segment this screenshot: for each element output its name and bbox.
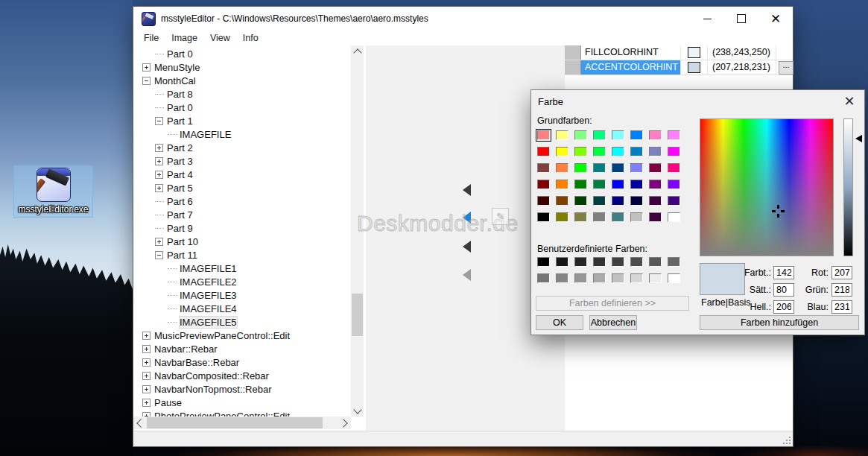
color-swatch[interactable]: [649, 196, 662, 206]
color-swatch[interactable]: [630, 196, 643, 206]
color-swatch[interactable]: [593, 147, 606, 156]
tree-item[interactable]: Part 0: [133, 47, 351, 60]
color-swatch[interactable]: [556, 257, 568, 267]
color-swatch[interactable]: [649, 257, 662, 267]
tree-item[interactable]: Part 1: [133, 114, 351, 127]
horizontal-scroll-thumb[interactable]: [147, 417, 323, 428]
color-swatch[interactable]: [649, 163, 662, 173]
color-swatch[interactable]: [668, 147, 680, 156]
tree-item[interactable]: IMAGEFILE: [133, 127, 351, 141]
color-swatch[interactable]: [556, 130, 568, 140]
tree-item[interactable]: IMAGEFILE4: [133, 302, 351, 315]
expand-icon[interactable]: [142, 372, 151, 380]
tree-item[interactable]: Part 3: [133, 154, 351, 168]
color-crosshair-icon[interactable]: [772, 205, 785, 218]
tree-item[interactable]: NavbarNonTopmost::Rebar: [133, 382, 351, 396]
property-name[interactable]: FILLCOLORHINT: [581, 45, 681, 60]
color-swatch[interactable]: [630, 147, 643, 156]
expand-icon[interactable]: [142, 399, 151, 407]
tree-item[interactable]: IMAGEFILE2: [133, 275, 351, 288]
tree-item[interactable]: IMAGEFILE1: [133, 262, 351, 275]
color-swatch[interactable]: [593, 180, 606, 189]
expand-icon[interactable]: [155, 157, 163, 165]
expand-icon[interactable]: [155, 144, 163, 152]
color-swatch[interactable]: [612, 212, 624, 222]
tree-horizontal-scrollbar[interactable]: [133, 417, 351, 429]
color-swatch[interactable]: [630, 212, 643, 222]
expand-icon[interactable]: [142, 63, 151, 72]
color-swatch[interactable]: [574, 273, 587, 283]
tree-item[interactable]: Part 11: [133, 248, 351, 262]
color-swatch[interactable]: [537, 273, 550, 283]
color-swatch[interactable]: [574, 163, 587, 173]
color-swatch[interactable]: [612, 130, 624, 140]
close-button[interactable]: ✕: [758, 7, 793, 31]
tree-item[interactable]: MonthCal: [133, 74, 351, 87]
splitter-arrow-icon[interactable]: [463, 184, 471, 196]
splitter-arrow-icon[interactable]: [463, 269, 471, 281]
color-swatch[interactable]: [649, 273, 662, 283]
expand-icon[interactable]: [142, 345, 151, 353]
expand-icon[interactable]: [142, 332, 151, 340]
color-swatch[interactable]: [612, 163, 624, 173]
color-swatch[interactable]: [668, 130, 680, 140]
tree-item[interactable]: NavbarBase::Rebar: [133, 355, 351, 369]
color-swatch[interactable]: [593, 196, 606, 206]
ellipsis-button[interactable]: ...: [779, 61, 793, 75]
tree-item[interactable]: Part 9: [133, 221, 351, 235]
color-swatch[interactable]: [630, 130, 643, 140]
color-swatch[interactable]: [612, 180, 624, 189]
menu-image[interactable]: Image: [166, 31, 203, 45]
collapse-icon[interactable]: [155, 251, 163, 259]
tree-item[interactable]: Part 8: [133, 87, 351, 101]
color-swatch[interactable]: [556, 163, 568, 173]
color-swatch[interactable]: [630, 257, 643, 267]
color-swatch[interactable]: [612, 257, 624, 267]
color-swatch[interactable]: [574, 196, 587, 206]
color-swatch[interactable]: [537, 196, 550, 206]
color-swatch[interactable]: [649, 147, 662, 156]
color-swatch[interactable]: [630, 180, 643, 189]
minimize-button[interactable]: [690, 7, 724, 31]
splitter-arrow-icon[interactable]: [463, 241, 471, 253]
color-swatch[interactable]: [649, 212, 662, 222]
color-swatch[interactable]: [574, 180, 587, 189]
tree-item[interactable]: Part 4: [133, 168, 351, 181]
property-name[interactable]: ACCENTCOLORHINT: [581, 60, 681, 75]
tree-item[interactable]: IMAGEFILE3: [133, 288, 351, 302]
tree-item[interactable]: Part 10: [133, 235, 351, 248]
luminance-marker-icon[interactable]: [855, 135, 862, 142]
collapse-icon[interactable]: [155, 117, 163, 125]
scroll-up-button[interactable]: [351, 45, 364, 58]
cancel-button[interactable]: Abbrechen: [589, 315, 637, 330]
property-row-fillcolorhint[interactable]: FILLCOLORHINT (238,243,250): [565, 45, 793, 60]
color-swatch[interactable]: [612, 147, 624, 156]
color-swatch[interactable]: [537, 163, 550, 173]
tree-item[interactable]: NavbarComposited::Rebar: [133, 369, 351, 382]
color-swatch[interactable]: [612, 273, 624, 283]
resize-grip[interactable]: [782, 435, 791, 444]
ok-button[interactable]: OK: [536, 315, 583, 330]
color-swatch[interactable]: [649, 180, 662, 189]
scroll-left-button[interactable]: [133, 417, 146, 429]
color-swatch[interactable]: [574, 147, 587, 156]
scroll-right-button[interactable]: [338, 417, 351, 429]
color-swatch[interactable]: [649, 130, 662, 140]
expand-icon[interactable]: [155, 184, 163, 192]
property-value[interactable]: (207,218,231): [708, 60, 776, 75]
blue-input[interactable]: [831, 300, 852, 314]
property-row-accentcolorhint[interactable]: ACCENTCOLORHINT (207,218,231): [565, 60, 793, 75]
red-input[interactable]: [831, 266, 852, 279]
tree-item[interactable]: PhotoPreviewPaneControl::Edit: [133, 409, 351, 417]
color-swatch[interactable]: [668, 180, 680, 189]
color-swatch[interactable]: [556, 212, 568, 222]
color-swatch[interactable]: [668, 257, 680, 267]
tree-vertical-scrollbar[interactable]: [351, 45, 364, 417]
menu-view[interactable]: View: [205, 31, 235, 45]
menu-info[interactable]: Info: [238, 31, 264, 45]
color-swatch[interactable]: [556, 147, 568, 156]
color-swatch[interactable]: [593, 257, 606, 267]
collapse-icon[interactable]: [142, 77, 151, 85]
tree-item[interactable]: MusicPreviewPaneControl::Edit: [133, 329, 351, 342]
color-swatch[interactable]: [668, 273, 680, 283]
